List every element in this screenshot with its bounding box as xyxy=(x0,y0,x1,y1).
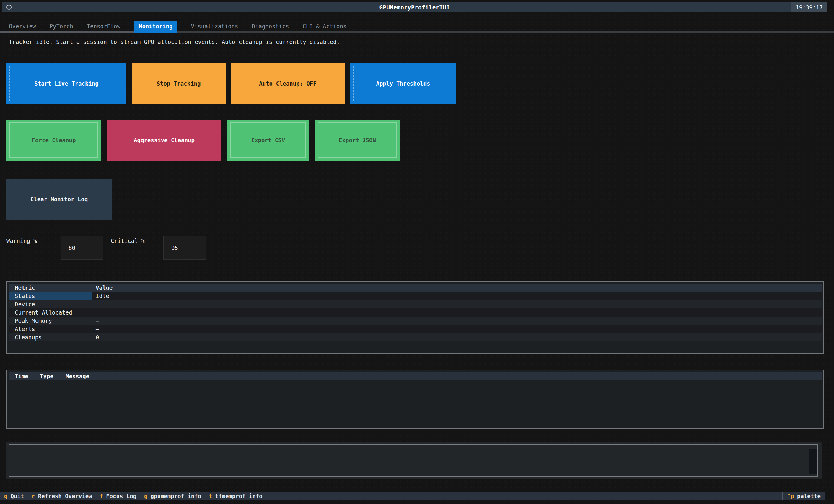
tab-underline-right xyxy=(177,31,834,33)
events-col-message: Message xyxy=(62,372,821,380)
app-screen: GPUMemoryProfilerTUI 19:39:17 Overview P… xyxy=(0,0,834,504)
tab-underline-left xyxy=(0,31,134,33)
export-json-button[interactable]: Export JSON xyxy=(315,119,400,161)
aggressive-cleanup-button[interactable]: Aggressive Cleanup xyxy=(107,119,221,161)
metrics-table-header: Metric Value xyxy=(9,283,821,292)
start-live-tracking-button[interactable]: Start Live Tracking xyxy=(6,63,126,104)
header-bar: GPUMemoryProfilerTUI 19:39:17 xyxy=(2,2,827,12)
apply-thresholds-button[interactable]: Apply Thresholds xyxy=(350,63,456,104)
stop-tracking-button[interactable]: Stop Tracking xyxy=(132,63,226,104)
clear-monitor-log-button[interactable]: Clear Monitor Log xyxy=(6,179,112,220)
table-row[interactable]: Cleanups 0 xyxy=(9,333,821,341)
log-button-row: Clear Monitor Log xyxy=(6,179,834,220)
table-row[interactable]: Device – xyxy=(9,300,821,308)
events-table: Time Type Message xyxy=(6,370,824,429)
footer-palette-binding[interactable]: ^p palette xyxy=(782,492,826,500)
table-row[interactable]: Status Idle xyxy=(9,292,821,300)
metrics-table: Metric Value Status Idle Device – Curren… xyxy=(6,281,824,354)
metrics-col-metric: Metric xyxy=(9,283,92,292)
tab-diagnostics[interactable]: Diagnostics xyxy=(252,21,289,31)
footer-bindings: qQuit rRefresh Overview fFocus Log ggpum… xyxy=(0,493,270,499)
tracker-status-text: Tracker idle. Start a session to stream … xyxy=(9,39,834,46)
monitor-log-border xyxy=(9,444,818,477)
palette-label: palette xyxy=(797,493,821,499)
tab-cli-actions[interactable]: CLI & Actions xyxy=(302,21,346,31)
app-title: GPUMemoryProfilerTUI xyxy=(2,4,827,10)
palette-key: ^p xyxy=(787,493,794,499)
tab-monitoring[interactable]: Monitoring xyxy=(134,21,177,31)
footer-binding-gpumemprof-info[interactable]: ggpumemprof info xyxy=(144,493,201,499)
monitor-log-scrollbar-thumb[interactable] xyxy=(809,449,817,475)
header-clock: 19:39:17 xyxy=(791,2,827,12)
footer-binding-refresh-overview[interactable]: rRefresh Overview xyxy=(31,493,92,499)
export-csv-button[interactable]: Export CSV xyxy=(227,119,309,161)
tab-visualizations[interactable]: Visualizations xyxy=(191,21,238,31)
tab-overview[interactable]: Overview xyxy=(9,21,36,31)
tab-pytorch[interactable]: PyTorch xyxy=(50,21,73,31)
critical-percent-input[interactable]: 95 xyxy=(163,236,206,260)
cleanup-export-button-row: Force Cleanup Aggressive Cleanup Export … xyxy=(6,119,834,161)
threshold-controls: Warning % 80 Critical % 95 xyxy=(6,236,834,260)
warning-percent-value: 80 xyxy=(68,245,75,251)
force-cleanup-button[interactable]: Force Cleanup xyxy=(6,119,101,161)
table-row[interactable]: Alerts – xyxy=(9,325,821,333)
events-col-time: Time xyxy=(9,372,36,380)
metrics-col-value: Value xyxy=(92,283,821,292)
monitor-log-textarea[interactable] xyxy=(6,442,821,479)
table-row[interactable]: Peak Memory – xyxy=(9,317,821,325)
tracking-button-row: Start Live Tracking Stop Tracking Auto C… xyxy=(6,63,834,104)
auto-cleanup-toggle-button[interactable]: Auto Cleanup: OFF xyxy=(231,63,345,104)
table-row[interactable]: Current Allocated – xyxy=(9,308,821,317)
tab-underline-active xyxy=(134,31,177,33)
tab-bar: Overview PyTorch TensorFlow Monitoring V… xyxy=(0,12,834,33)
events-table-header: Time Type Message xyxy=(9,372,821,380)
events-col-type: Type xyxy=(36,372,62,380)
footer-binding-tfmemprof-info[interactable]: ttfmemprof info xyxy=(209,493,263,499)
warning-percent-label: Warning % xyxy=(6,236,61,260)
critical-percent-value: 95 xyxy=(171,245,178,251)
footer-bar: qQuit rRefresh Overview fFocus Log ggpum… xyxy=(0,492,826,500)
footer-binding-quit[interactable]: qQuit xyxy=(4,493,24,499)
tab-tensorflow[interactable]: TensorFlow xyxy=(87,21,120,31)
critical-percent-label: Critical % xyxy=(111,236,163,260)
footer-binding-focus-log[interactable]: fFocus Log xyxy=(100,493,136,499)
warning-percent-input[interactable]: 80 xyxy=(61,236,103,260)
